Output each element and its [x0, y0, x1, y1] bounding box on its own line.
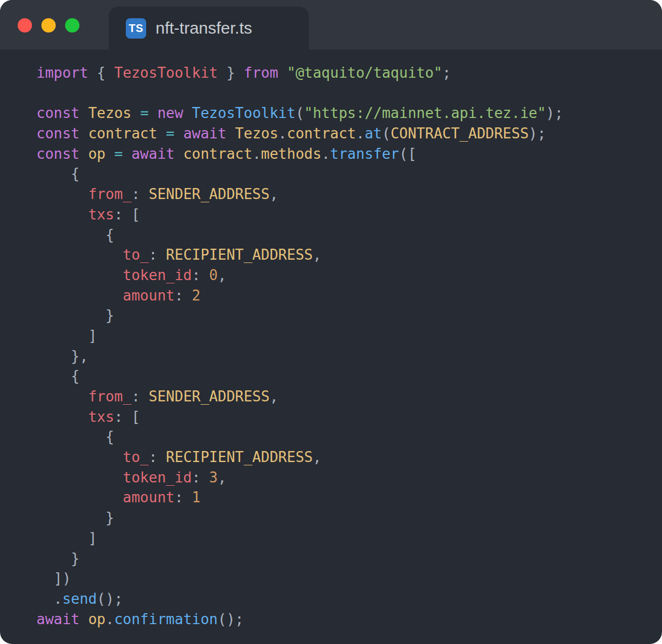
- code-line: ]): [36, 568, 662, 589]
- code-line: txs: [: [36, 205, 662, 225]
- code-line: {: [36, 164, 662, 184]
- code-line: const op = await contract.methods.transf…: [36, 144, 662, 164]
- titlebar: TS nft-transfer.ts: [0, 0, 662, 50]
- code-line: [36, 83, 662, 104]
- code-line: },: [36, 346, 662, 367]
- code-line: to_: RECIPIENT_ADDRESS,: [36, 447, 662, 468]
- tab-filename: nft-transfer.ts: [156, 19, 252, 37]
- code-editor-window: TS nft-transfer.ts import { TezosToolkit…: [0, 0, 662, 644]
- zoom-button[interactable]: [65, 18, 79, 33]
- code-line: amount: 1: [36, 487, 662, 508]
- code-line: {: [36, 225, 662, 245]
- code-line: const Tezos = new TezosToolkit("https://…: [36, 103, 662, 124]
- code-line: }: [36, 549, 662, 569]
- close-button[interactable]: [18, 18, 32, 33]
- code-line: ]: [36, 326, 662, 346]
- traffic-lights: [18, 18, 79, 33]
- code-line: to_: RECIPIENT_ADDRESS,: [36, 245, 662, 265]
- code-line: const contract = await Tezos.contract.at…: [36, 124, 662, 144]
- code-line: ]: [36, 528, 662, 549]
- code-line: {: [36, 366, 662, 387]
- code-line: token_id: 3,: [36, 468, 662, 488]
- code-line: from_: SENDER_ADDRESS,: [36, 184, 662, 205]
- minimize-button[interactable]: [41, 18, 56, 33]
- code-line: }: [36, 305, 662, 326]
- tab-nft-transfer[interactable]: TS nft-transfer.ts: [109, 7, 309, 50]
- code-line: token_id: 0,: [36, 265, 662, 286]
- code-line: {: [36, 427, 662, 447]
- code-area[interactable]: import { TezosToolkit } from "@taquito/t…: [0, 50, 662, 629]
- code-line: import { TezosToolkit } from "@taquito/t…: [36, 63, 662, 83]
- code-line: from_: SENDER_ADDRESS,: [36, 387, 662, 407]
- code-line: .send();: [36, 589, 662, 609]
- typescript-icon: TS: [126, 18, 146, 39]
- code-line: await op.confirmation();: [36, 609, 662, 630]
- code-line: txs: [: [36, 407, 662, 427]
- code-line: amount: 2: [36, 286, 662, 306]
- code-line: }: [36, 508, 662, 528]
